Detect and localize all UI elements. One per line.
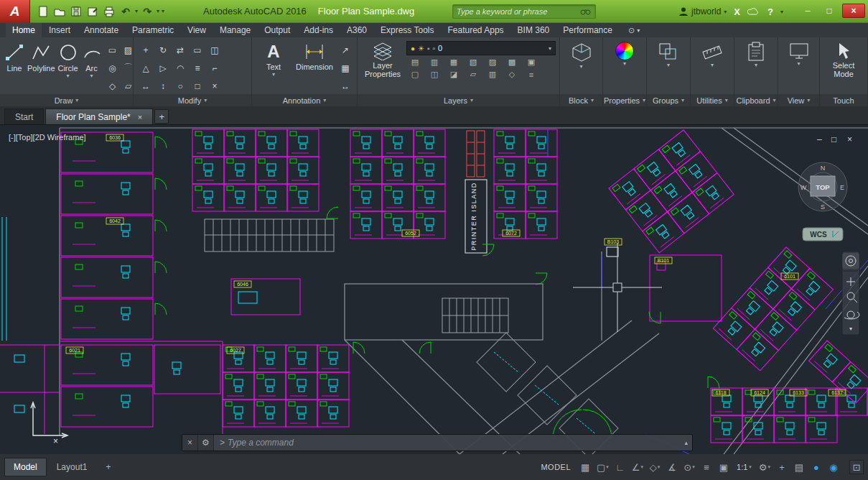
paste-button[interactable]: ▾ [738, 40, 774, 69]
help-dropdown-caret[interactable]: ▾ [780, 9, 783, 15]
command-close-icon[interactable]: × [182, 435, 198, 451]
layer-tool-icon[interactable]: ◫ [428, 69, 441, 80]
tab-performance[interactable]: Performance [556, 23, 619, 37]
tab-parametric[interactable]: Parametric [126, 23, 180, 37]
tab-featured-apps[interactable]: Featured Apps [442, 23, 510, 37]
command-history-icon[interactable]: ▴ [680, 439, 692, 446]
workspace-gear-icon[interactable]: ⚙▾ [757, 460, 772, 474]
sign-in-menu[interactable]: jtbworld ▾ [678, 6, 727, 17]
scale-icon[interactable]: ▷ [155, 62, 171, 74]
help-button[interactable]: ? [767, 6, 773, 17]
navbar-more-icon[interactable]: ▾ [849, 326, 852, 332]
layer-selector[interactable]: ● ☀ ▪ ▫ 0 ▾ [406, 41, 556, 55]
viewport-close-button[interactable]: × [847, 134, 852, 144]
model-space-toggle[interactable]: MODEL [536, 460, 575, 474]
layout1-tab[interactable]: Layout1 [48, 458, 96, 476]
floor-plan-drawing[interactable]: PRINTER ISLAND [0, 125, 868, 454]
panel-label-touch[interactable]: Touch [820, 94, 867, 106]
command-customize-icon[interactable]: ⚙ [198, 435, 214, 451]
viewcube[interactable]: TOP N S W E [798, 162, 847, 211]
copy-icon[interactable]: △ [138, 62, 154, 74]
wcs-menu[interactable]: WCS [803, 228, 843, 241]
trim-icon[interactable]: ⇄ [172, 44, 188, 56]
start-tab[interactable]: Start [4, 109, 44, 124]
panel-label-properties[interactable]: Properties▾ [603, 94, 646, 106]
tab-close-icon[interactable]: × [138, 113, 142, 121]
restore-button[interactable]: □ [821, 4, 838, 18]
viewcube-south[interactable]: S [821, 203, 825, 211]
tab-output[interactable]: Output [258, 23, 297, 37]
dimension-button[interactable]: Dimension [294, 40, 335, 71]
layer-dropdown-caret[interactable]: ▾ [549, 45, 551, 52]
drawing-tab[interactable]: Floor Plan Sample* × [45, 109, 153, 124]
panel-label-modify[interactable]: Modify▾ [134, 94, 251, 106]
layer-tool-icon[interactable]: ▣ [525, 57, 538, 68]
group-button[interactable]: ▾ [650, 40, 686, 69]
layer-tool-icon[interactable]: ≡ [525, 69, 538, 80]
panel-label-view[interactable]: View▾ [778, 94, 819, 106]
layer-tool-icon[interactable]: ▦ [447, 57, 460, 68]
panel-label-clipboard[interactable]: Clipboard▾ [734, 94, 778, 106]
measure-button[interactable]: ▾ [694, 40, 730, 69]
ortho-icon[interactable]: ∟ [613, 460, 627, 474]
viewcube-west[interactable]: W [801, 184, 807, 191]
viewcube-top-face[interactable]: TOP [816, 183, 830, 191]
leader-icon[interactable]: ↗ [337, 44, 353, 56]
qat-customize-dropdown[interactable]: ▾ [162, 8, 164, 14]
panel-label-utilities[interactable]: Utilities▾ [691, 94, 734, 106]
tab-home[interactable]: Home [6, 23, 42, 37]
array-icon[interactable]: ≡ [190, 62, 205, 74]
undo-button[interactable]: ↶ [118, 4, 133, 19]
layer-tool-icon[interactable]: ◪ [447, 69, 460, 80]
application-menu-button[interactable]: A [0, 0, 30, 23]
panel-label-layers[interactable]: Layers▾ [358, 94, 559, 106]
rotate-icon[interactable]: ↻ [155, 44, 171, 56]
panel-label-annotation[interactable]: Annotation▾ [252, 94, 357, 106]
rectangle-icon[interactable]: ▭ [105, 44, 121, 56]
dimstyle-icon[interactable]: ↔ [337, 80, 353, 92]
properties-button[interactable]: ▾ [607, 40, 643, 68]
erase-icon[interactable]: ○ [172, 80, 188, 92]
text-button[interactable]: A Text ▾ [256, 40, 291, 78]
panel-label-groups[interactable]: Groups▾ [647, 94, 690, 106]
fillet-icon[interactable]: ◠ [172, 62, 188, 74]
layer-tool-icon[interactable]: ▧ [467, 57, 480, 68]
layer-tool-icon[interactable]: ▩ [505, 57, 518, 68]
explode-icon[interactable]: □ [190, 80, 205, 92]
stretch-icon[interactable]: ↔ [138, 80, 154, 92]
layer-tool-icon[interactable]: ▥ [486, 69, 499, 80]
select-mode-button[interactable]: Select Mode [823, 40, 864, 78]
tab-view[interactable]: View [181, 23, 213, 37]
polar-tracking-icon[interactable]: ∠▾ [630, 460, 645, 474]
isometric-drafting-icon[interactable]: ◇▾ [648, 460, 662, 474]
viewcube-east[interactable]: E [840, 184, 844, 191]
viewport-restore-button[interactable]: □ [831, 134, 836, 144]
circle-button[interactable]: Circle ▾ [57, 40, 79, 80]
drawing-area[interactable]: PRINTER ISLAND [0, 125, 868, 454]
view-button[interactable]: ▾ [782, 40, 816, 68]
new-layout-button[interactable]: + [97, 458, 119, 476]
tab-insert[interactable]: Insert [42, 23, 77, 37]
tab-annotate[interactable]: Annotate [78, 23, 125, 37]
customization-icon[interactable]: ▤ [792, 460, 806, 474]
panel-label-draw[interactable]: Draw▾ [0, 94, 133, 106]
join-icon[interactable]: × [207, 80, 223, 92]
viewcube-north[interactable]: N [821, 165, 826, 172]
ribbon-display-toggle[interactable]: ⊙▾ [624, 24, 644, 37]
layer-tool-icon[interactable]: ▢ [409, 69, 421, 80]
exchange-apps-icon[interactable]: X [734, 6, 740, 17]
arc-button[interactable]: Arc ▾ [81, 40, 103, 80]
table-icon[interactable]: ▦ [337, 62, 353, 74]
lengthen-icon[interactable]: ↕ [155, 80, 171, 92]
ellipse-icon[interactable]: ◇ [105, 80, 121, 92]
new-drawing-tab-button[interactable]: + [154, 109, 169, 124]
layer-tool-icon[interactable]: ▨ [486, 57, 499, 68]
clean-screen-icon[interactable]: ⊡ [849, 460, 864, 474]
selection-cycling-icon[interactable]: ▣ [717, 460, 731, 474]
offset-icon[interactable]: ⌐ [207, 62, 223, 74]
panel-label-block[interactable]: Block▾ [560, 94, 602, 106]
tab-bim360[interactable]: BIM 360 [511, 23, 556, 37]
layer-tool-icon[interactable]: ▱ [467, 69, 480, 80]
donut-icon[interactable]: ◎ [105, 62, 121, 74]
isolate-objects-icon[interactable]: ● [809, 460, 823, 474]
